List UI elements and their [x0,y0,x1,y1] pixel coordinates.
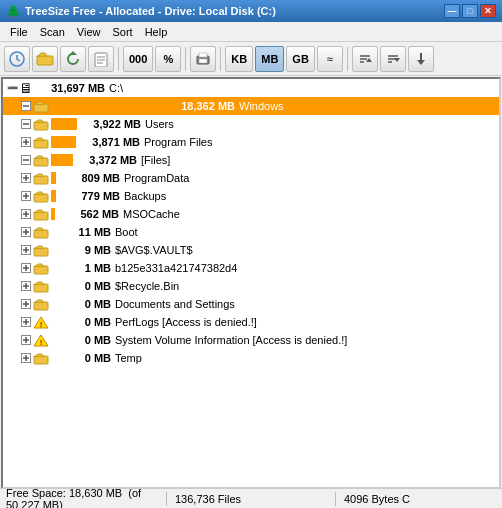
expand-icon[interactable] [19,207,33,221]
size-bar [51,118,77,130]
tree-row[interactable]: 3,922 MBUsers [3,115,499,133]
root-expand-icon[interactable]: ➖ [5,81,19,95]
size-bar [51,190,56,202]
expand-icon[interactable] [19,99,33,113]
tree-row[interactable]: 0 MB$Recycle.Bin [3,277,499,295]
menu-sort[interactable]: Sort [106,24,138,40]
size-bar [51,136,76,148]
tree-row[interactable]: 3,372 MB[Files] [3,151,499,169]
expand-icon[interactable] [19,171,33,185]
size-bar-container [51,154,73,166]
expand-icon[interactable] [19,351,33,365]
size-bar [51,100,171,112]
window-title: TreeSize Free - Allocated - Drive: Local… [25,5,276,17]
svg-text:!: ! [40,338,43,347]
menu-view[interactable]: View [71,24,107,40]
toolbar-sort-asc-btn[interactable] [352,46,378,72]
svg-marker-2 [69,51,77,55]
toolbar-000-btn[interactable]: 000 [123,46,153,72]
item-name: System Volume Information [Access is den… [115,334,347,346]
refresh-button[interactable] [60,46,86,72]
folder-icon [33,207,49,221]
svg-rect-32 [34,158,48,166]
size-bar [51,172,56,184]
toolbar-approx-btn[interactable]: ≈ [317,46,343,72]
tree-row[interactable]: 18,362 MBWindows [3,97,499,115]
close-button[interactable]: ✕ [480,4,496,18]
tree-row[interactable]: 562 MBMSOCache [3,205,499,223]
tree-row[interactable]: 809 MBProgramData [3,169,499,187]
expand-icon[interactable] [19,189,33,203]
tree-row[interactable]: 0 MBDocuments and Settings [3,295,499,313]
size-label: 0 MB [51,316,111,328]
svg-rect-76 [34,356,48,364]
toolbar-gb-btn[interactable]: GB [286,46,315,72]
export-button[interactable] [88,46,114,72]
menu-scan[interactable]: Scan [34,24,71,40]
status-free-space: Free Space: 18,630 MB (of 50,227 MB) [6,487,158,509]
tree-row[interactable]: 11 MBBoot [3,223,499,241]
tree-view[interactable]: ➖ 🖥 31,697 MB C:\ 18,362 MBWindows3,922 … [1,77,501,488]
toolbar: 000 % KB MB GB ≈ [0,42,502,76]
folder-icon [33,99,49,113]
toolbar-pct-btn[interactable]: % [155,46,181,72]
kb-label: KB [231,53,247,65]
tree-row[interactable]: 0 MBTemp [3,349,499,367]
expand-icon[interactable] [19,297,33,311]
expand-icon[interactable] [19,243,33,257]
svg-rect-9 [199,53,207,57]
expand-icon[interactable] [19,153,33,167]
size-label: 0 MB [51,334,111,346]
expand-icon[interactable] [19,333,33,347]
expand-icon[interactable] [19,279,33,293]
tree-row[interactable]: !0 MBSystem Volume Information [Access i… [3,331,499,349]
svg-text:!: ! [40,320,43,329]
toolbar-down-btn[interactable] [408,46,434,72]
expand-icon[interactable] [19,117,33,131]
expand-icon[interactable] [19,315,33,329]
folder-icon [33,351,49,365]
expand-icon[interactable] [19,261,33,275]
svg-rect-64 [34,302,48,310]
tree-row[interactable]: !0 MBPerfLogs [Access is denied.!] [3,313,499,331]
item-name: b125e331a421747382d4 [115,262,237,274]
item-name: $Recycle.Bin [115,280,179,292]
size-label: 3,372 MB [77,154,137,166]
folder-icon [33,171,49,185]
toolbar-separator-3 [220,47,221,71]
svg-marker-19 [417,60,425,65]
tree-row[interactable]: 3,871 MBProgram Files [3,133,499,151]
maximize-button[interactable]: □ [462,4,478,18]
tree-root[interactable]: ➖ 🖥 31,697 MB C:\ [3,79,499,97]
toolbar-sort-desc-btn[interactable] [380,46,406,72]
tree-row[interactable]: 779 MBBackups [3,187,499,205]
size-bar-container [51,172,56,184]
toolbar-mb-btn[interactable]: MB [255,46,284,72]
folder-icon [33,189,49,203]
size-label: 0 MB [51,280,111,292]
root-name: C:\ [109,82,123,94]
size-label: 0 MB [51,298,111,310]
toolbar-kb-btn[interactable]: KB [225,46,253,72]
expand-icon[interactable] [19,225,33,239]
menu-file[interactable]: File [4,24,34,40]
folder-icon [33,135,49,149]
toolbar-separator-4 [347,47,348,71]
item-name: PerfLogs [Access is denied.!] [115,316,257,328]
svg-rect-36 [34,176,48,184]
tree-items: 18,362 MBWindows3,922 MBUsers3,871 MBPro… [3,97,499,367]
root-size: 31,697 MB [35,82,105,94]
drive-icon: 🖥 [19,80,33,96]
menu-help[interactable]: Help [139,24,174,40]
svg-rect-56 [34,266,48,274]
menu-bar: File Scan View Sort Help [0,22,502,42]
minimize-button[interactable]: — [444,4,460,18]
expand-icon[interactable] [19,135,33,149]
toolbar-print-btn[interactable] [190,46,216,72]
open-button[interactable] [32,46,58,72]
tree-row[interactable]: 1 MBb125e331a421747382d4 [3,259,499,277]
item-name: Program Files [144,136,212,148]
scan-button[interactable] [4,46,30,72]
size-label: 18,362 MB [175,100,235,112]
tree-row[interactable]: 9 MB$AVG$.VAULT$ [3,241,499,259]
